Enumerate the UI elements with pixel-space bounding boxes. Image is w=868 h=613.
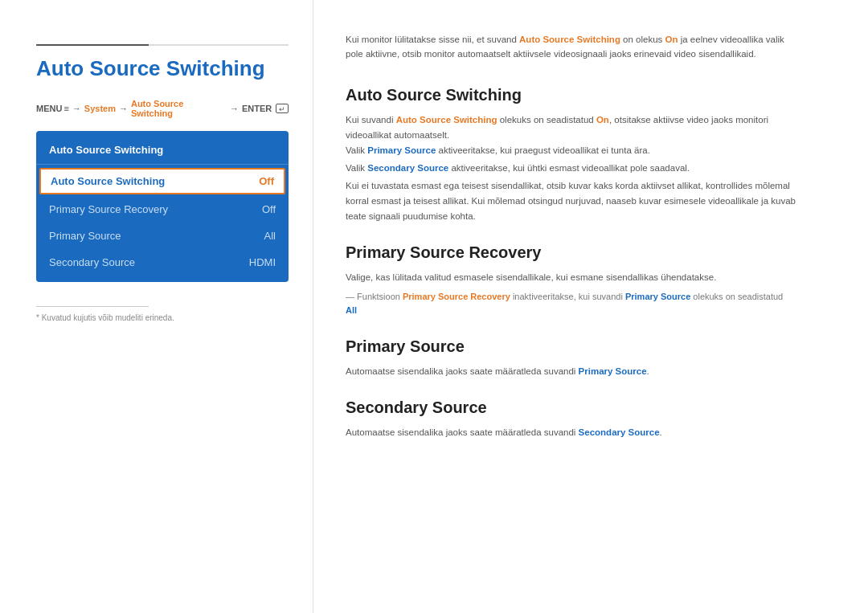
section-auto-source: Auto Source Switching Kui suvandi Auto S… (346, 86, 836, 224)
menu-item-secondary-source[interactable]: Secondary Source HDMI (36, 249, 289, 276)
section-primary-source-p1: Automaatse sisendalika jaoks saate määra… (346, 364, 796, 379)
section-auto-source-p4: Kui ei tuvastata esmast ega teisest sise… (346, 178, 796, 224)
enter-label: ENTER (242, 104, 272, 113)
page-title: Auto Source Switching (36, 56, 289, 81)
section-primary-source-title: Primary Source (346, 337, 836, 356)
menu-item-primary-source-value: All (264, 230, 276, 242)
menu-box-title: Auto Source Switching (36, 137, 289, 165)
hl9: Secondary Source (579, 427, 660, 437)
section-secondary-source-title: Secondary Source (346, 398, 836, 417)
system-label: System (84, 104, 116, 113)
hl5: Primary Source Recovery (403, 292, 510, 301)
menu-word: MENU (36, 104, 62, 113)
section-secondary-source: Secondary Source Automaatse sisendalika … (346, 398, 836, 440)
section-primary-recovery-p1: Valige, kas lülitada valitud esmasele si… (346, 270, 796, 285)
menu-item-auto-source-label: Auto Source Switching (51, 175, 165, 187)
enter-icon: ↵ (276, 104, 289, 113)
menu-item-primary-recovery-label: Primary Source Recovery (49, 203, 168, 215)
footnote: * Kuvatud kujutis võib mudeliti erineda. (36, 313, 289, 322)
left-panel: Auto Source Switching MENU ≡ → System → … (0, 0, 313, 613)
page-container: Auto Source Switching MENU ≡ → System → … (0, 0, 868, 613)
menu-item-primary-source[interactable]: Primary Source All (36, 223, 289, 249)
intro-highlight-orange: Auto Source Switching (519, 35, 620, 44)
intro-text: Kui monitor lülitatakse sisse nii, et su… (346, 32, 796, 62)
section-auto-source-p2: Valik Primary Source aktiveeritakse, kui… (346, 143, 796, 158)
menu-item-auto-source-value: Off (259, 175, 274, 187)
highlight-label: Auto Source Switching (131, 99, 227, 118)
menu-item-secondary-source-label: Secondary Source (49, 256, 135, 268)
section-secondary-source-p1: Automaatse sisendalika jaoks saate määra… (346, 425, 796, 440)
section-primary-recovery-title: Primary Source Recovery (346, 243, 836, 262)
arrow3: → (230, 104, 239, 113)
arrow2: → (119, 104, 128, 113)
section-primary-recovery: Primary Source Recovery Valige, kas lüli… (346, 243, 836, 318)
bottom-divider (36, 306, 149, 307)
section-auto-source-p3: Valik Secondary Source aktiveeritakse, k… (346, 161, 796, 176)
hl8: Primary Source (579, 366, 647, 376)
hl4: Secondary Source (367, 163, 448, 173)
section-auto-source-title: Auto Source Switching (346, 86, 836, 104)
hl3: Primary Source (367, 145, 436, 155)
menu-box: Auto Source Switching Auto Source Switch… (36, 131, 289, 282)
section-primary-recovery-note: Funktsioon Primary Source Recovery inakt… (346, 290, 796, 318)
intro-on: On (665, 35, 678, 44)
menu-item-primary-source-label: Primary Source (49, 230, 121, 242)
arrow1: → (72, 104, 81, 113)
menu-path: MENU ≡ → System → Auto Source Switching … (36, 99, 289, 118)
hl6: Primary Source (625, 292, 690, 301)
right-panel: Kui monitor lülitatakse sisse nii, et su… (313, 0, 868, 613)
menu-icon: ≡ (63, 104, 68, 113)
hl2: On (596, 115, 609, 125)
menu-item-auto-source[interactable]: Auto Source Switching Off (39, 168, 285, 194)
section-auto-source-p1: Kui suvandi Auto Source Switching olekuk… (346, 112, 796, 143)
menu-item-secondary-source-value: HDMI (249, 256, 276, 268)
section-primary-source: Primary Source Automaatse sisendalika ja… (346, 337, 836, 379)
hl1: Auto Source Switching (396, 115, 497, 125)
menu-item-primary-recovery[interactable]: Primary Source Recovery Off (36, 196, 289, 223)
menu-item-primary-recovery-value: Off (262, 203, 276, 215)
hl7: All (346, 305, 357, 315)
top-divider (36, 44, 289, 46)
